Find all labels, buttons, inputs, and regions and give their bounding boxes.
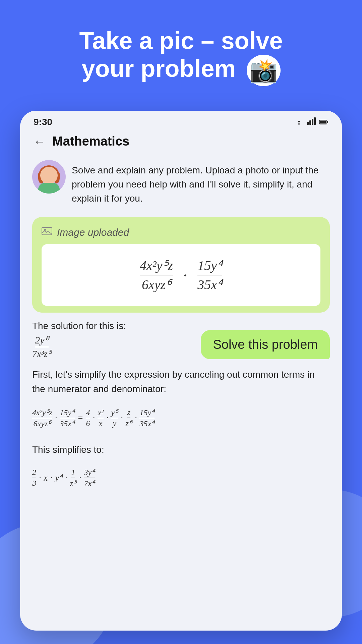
equation-line-1: 4x²y⁵z 6xyz⁶ · 15y⁴ 35x⁴ = 4 6 · x² x · …	[32, 408, 330, 428]
math-image-box: 4x²y⁵z 6xyz⁶ · 15y⁴ 35x⁴	[42, 244, 320, 306]
svg-rect-8	[42, 227, 52, 235]
chat-content: Solve and explain any problem. Upload a …	[20, 153, 342, 631]
svg-rect-3	[312, 119, 313, 125]
image-icon	[42, 226, 52, 238]
fraction-right-denominator: 35x⁴	[197, 275, 222, 292]
hero-title: Take a pic – solve your problem 📸	[0, 27, 362, 86]
solution-area: The solution for this is: 2y⁸ 7x³z⁵ Solv…	[32, 321, 330, 359]
image-card-header: Image uploaded	[42, 226, 320, 238]
status-icons	[294, 117, 328, 127]
eq-frac-4: x² x	[98, 408, 104, 428]
wifi-icon	[294, 117, 304, 127]
math-expression: 4x²y⁵z 6xyz⁶ · 15y⁴ 35x⁴	[138, 258, 224, 292]
svg-rect-1	[307, 122, 309, 125]
simplifies-eq: 2 3 · x · y⁴ · 1 z⁵ · 3y⁴ 7x⁴	[32, 468, 330, 488]
eq-frac-2: 15y⁴ 35x⁴	[60, 408, 75, 428]
fraction-left-numerator: 4x²y⁵z	[140, 258, 173, 275]
fraction-left: 4x²y⁵z 6xyz⁶	[140, 258, 173, 292]
eq-mul-5: ·	[135, 413, 137, 423]
eq-frac-7: 15y⁴ 35x⁴	[139, 408, 155, 428]
hero-title-line2: your problem	[81, 55, 236, 82]
eq-mul-1: ·	[55, 413, 57, 423]
simp-mul-2: ·	[50, 473, 53, 483]
signal-icon	[307, 117, 316, 127]
svg-rect-4	[314, 117, 316, 125]
avatar	[32, 160, 66, 194]
solution-text-col: The solution for this is: 2y⁸ 7x³z⁵	[32, 321, 187, 359]
solve-bubble[interactable]: Solve this problem	[201, 330, 330, 359]
eq-mul-3: ·	[106, 413, 109, 423]
status-bar: 9:30	[20, 111, 342, 131]
page-title: Mathematics	[52, 134, 129, 149]
image-card: Image uploaded 4x²y⁵z 6xyz⁶ · 15y⁴ 35x⁴	[32, 217, 330, 313]
eq-equals: =	[77, 413, 83, 423]
bot-intro-text: Solve and explain any problem. Upload a …	[72, 160, 330, 206]
svg-rect-6	[327, 121, 328, 123]
simp-mul-4: ·	[79, 473, 81, 483]
bot-message-row: Solve and explain any problem. Upload a …	[32, 160, 330, 206]
simplifies-text: This simplifies to:	[32, 442, 330, 457]
avatar-figure	[36, 164, 62, 194]
simp-y4: y⁴	[55, 473, 63, 483]
eq-mul-4: ·	[121, 413, 123, 423]
simp-frac-1: 2 3	[32, 468, 36, 488]
svg-point-9	[44, 229, 46, 231]
simp-mul-3: ·	[65, 473, 67, 483]
simp-frac-3: 3y⁴ 7x⁴	[84, 468, 95, 488]
simp-frac-2: 1 z⁵	[70, 468, 76, 488]
hero-title-line1: Take a pic – solve	[79, 27, 283, 54]
avatar-body	[38, 183, 60, 194]
solution-numerator: 2y⁸	[35, 334, 48, 347]
fraction-left-denominator: 6xyz⁶	[142, 275, 171, 292]
svg-point-0	[299, 124, 300, 125]
solution-label: The solution for this is:	[32, 321, 187, 331]
explanation-text-1: First, let's simplify the expression by …	[32, 367, 330, 396]
eq-mul-2: ·	[93, 413, 95, 423]
solution-denominator: 7x³z⁵	[32, 347, 51, 359]
simp-x: x	[44, 473, 48, 483]
back-button[interactable]: ←	[34, 135, 46, 149]
image-label: Image uploaded	[57, 227, 129, 238]
fraction-right-numerator: 15y⁴	[197, 258, 222, 275]
avatar-head	[40, 167, 58, 184]
nav-bar: ← Mathematics	[20, 131, 342, 153]
eq-frac-3: 4 6	[86, 408, 90, 428]
solution-result: 2y⁸ 7x³z⁵	[32, 334, 51, 359]
fraction-right: 15y⁴ 35x⁴	[197, 258, 222, 292]
eq-frac-6: z z⁶	[126, 408, 132, 428]
camera-emoji: 📸	[247, 55, 281, 86]
status-time: 9:30	[34, 117, 52, 127]
svg-rect-7	[320, 121, 326, 124]
phone-frame: 9:30 ← Mathematics	[20, 111, 342, 631]
eq-frac-5: y⁵ y	[111, 408, 118, 428]
eq-frac-1: 4x²y⁵z 6xyz⁶	[32, 408, 52, 428]
simp-mul-1: ·	[39, 473, 41, 483]
multiply-dot: ·	[183, 266, 187, 284]
svg-rect-2	[309, 120, 311, 125]
battery-icon	[319, 117, 328, 127]
